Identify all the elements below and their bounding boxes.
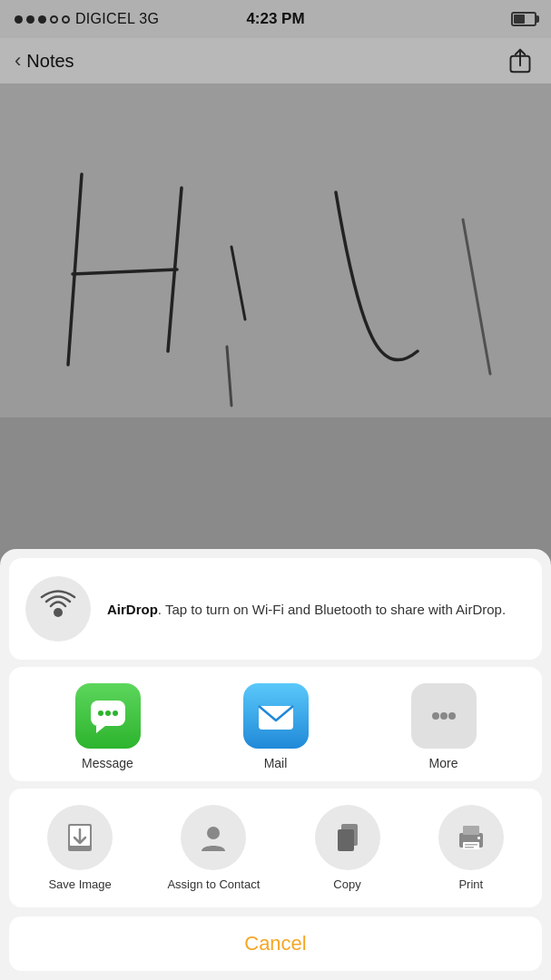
save-image-icon-circle (47, 805, 113, 870)
airdrop-text: AirDrop. Tap to turn on Wi-Fi and Blueto… (107, 600, 506, 619)
airdrop-description: . Tap to turn on Wi-Fi and Bluetooth to … (158, 602, 506, 617)
svg-rect-27 (465, 844, 477, 846)
mail-label: Mail (264, 756, 288, 770)
svg-marker-10 (96, 726, 105, 733)
signal-dot-4 (50, 15, 58, 24)
print-icon (454, 820, 488, 855)
copy-label: Copy (333, 877, 360, 893)
back-button[interactable]: ‹ Notes (15, 51, 74, 72)
share-icon (507, 48, 533, 74)
save-image-icon (63, 820, 97, 855)
svg-point-16 (440, 712, 448, 720)
print-label: Print (458, 877, 483, 893)
print-icon-circle (438, 805, 504, 870)
svg-line-6 (463, 220, 490, 374)
signal-dot-3 (38, 15, 46, 24)
app-item-message[interactable]: Message (67, 683, 149, 770)
message-label: Message (82, 756, 133, 770)
assign-contact-icon (196, 820, 231, 855)
cancel-button[interactable]: Cancel (9, 916, 542, 971)
action-item-assign-contact[interactable]: Assign to Contact (167, 805, 260, 893)
carrier-label: DIGICEL 3G (75, 11, 159, 27)
mail-app-icon (243, 683, 309, 749)
status-bar: DIGICEL 3G 4:23 PM (0, 0, 551, 38)
cancel-section: Cancel (9, 916, 542, 971)
signal-dot-2 (26, 15, 34, 24)
svg-point-15 (432, 712, 439, 720)
svg-point-13 (113, 710, 118, 716)
signal-dot-5 (62, 15, 70, 24)
more-app-icon (411, 683, 477, 749)
airdrop-icon (38, 589, 78, 629)
signal-dot-1 (15, 15, 23, 24)
share-sheet: AirDrop. Tap to turn on Wi-Fi and Blueto… (0, 549, 551, 980)
svg-point-12 (105, 710, 111, 716)
svg-point-11 (98, 710, 103, 716)
svg-rect-26 (463, 842, 479, 849)
airdrop-section[interactable]: AirDrop. Tap to turn on Wi-Fi and Blueto… (9, 558, 542, 660)
status-time: 4:23 PM (246, 10, 304, 28)
more-icon (423, 695, 465, 737)
nav-bar: ‹ Notes (0, 38, 551, 83)
svg-line-2 (68, 174, 82, 365)
copy-icon (330, 820, 365, 855)
status-left: DIGICEL 3G (15, 11, 159, 27)
svg-point-17 (448, 712, 456, 720)
action-item-print[interactable]: Print (435, 805, 507, 893)
chevron-left-icon: ‹ (15, 51, 21, 71)
action-item-copy[interactable]: Copy (311, 805, 384, 893)
battery-icon (511, 12, 536, 26)
back-label: Notes (26, 51, 74, 72)
apps-row: Message Mail (9, 683, 542, 770)
copy-icon-circle (315, 805, 380, 870)
share-sheet-backdrop: AirDrop. Tap to turn on Wi-Fi and Blueto… (0, 363, 551, 980)
message-app-icon (75, 683, 141, 749)
airdrop-title: AirDrop (107, 602, 158, 617)
message-icon (87, 695, 129, 737)
assign-contact-label: Assign to Contact (167, 877, 260, 893)
save-image-label: Save Image (48, 877, 111, 893)
app-item-mail[interactable]: Mail (235, 683, 317, 770)
svg-rect-23 (338, 829, 354, 851)
action-item-save-image[interactable]: Save Image (44, 805, 116, 893)
app-item-more[interactable]: More (403, 683, 485, 770)
signal-dots (15, 15, 70, 24)
svg-line-5 (231, 247, 245, 319)
share-button[interactable] (504, 44, 536, 77)
svg-point-8 (54, 608, 63, 617)
svg-rect-28 (465, 847, 474, 848)
battery-fill (514, 15, 525, 24)
svg-rect-25 (463, 826, 479, 835)
svg-line-4 (73, 270, 177, 274)
apps-section: Message Mail (9, 667, 542, 781)
svg-rect-29 (477, 837, 480, 839)
more-label: More (429, 756, 458, 770)
mail-icon (255, 695, 297, 737)
actions-section: Save Image Assign to Contact (9, 789, 542, 907)
airdrop-icon-circle (25, 576, 91, 642)
assign-contact-icon-circle (181, 805, 246, 870)
svg-point-21 (207, 827, 220, 839)
actions-row: Save Image Assign to Contact (9, 805, 542, 893)
status-right (511, 12, 536, 26)
